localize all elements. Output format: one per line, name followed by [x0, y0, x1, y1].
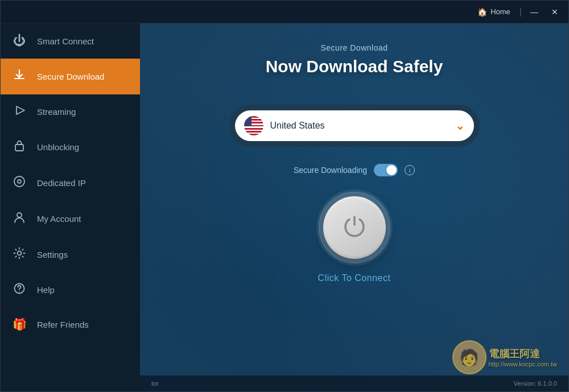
title-bar: 🏠 Home | — ✕ — [1, 1, 568, 23]
svg-point-3 — [17, 213, 22, 217]
connect-power-button[interactable] — [323, 196, 386, 259]
svg-point-6 — [19, 291, 20, 292]
minimize-button[interactable]: — — [526, 4, 542, 20]
sidebar-label-my-account: My Account — [37, 214, 81, 224]
country-name: United States — [270, 121, 448, 131]
content-inner: Secure Download Now Download Safely Unit… — [140, 23, 568, 283]
watermark-url-text: http://www.kocpc.com.tw — [489, 361, 557, 368]
content-area: Secure Download Now Download Safely Unit… — [140, 23, 568, 391]
close-button[interactable]: ✕ — [547, 4, 563, 20]
sidebar-item-unblocking[interactable]: Unblocking — [1, 129, 140, 165]
watermark: 🧑 電腦王阿達 http://www.kocpc.com.tw — [452, 340, 557, 374]
svg-point-2 — [18, 180, 21, 183]
power-button-icon — [342, 213, 367, 242]
secure-downloading-toggle[interactable] — [374, 164, 398, 176]
help-icon — [12, 283, 27, 297]
power-button-container — [323, 196, 386, 259]
settings-icon — [12, 247, 27, 262]
section-label: Secure Download — [320, 43, 387, 52]
main-layout: ⏻ Smart Connect Secure Download — [1, 23, 568, 391]
sidebar-label-help: Help — [37, 285, 55, 295]
sidebar-item-smart-connect[interactable]: ⏻ Smart Connect — [1, 23, 140, 59]
watermark-cn-text: 電腦王阿達 — [489, 347, 557, 361]
sidebar-label-secure-download: Secure Download — [37, 72, 104, 81]
svg-point-1 — [14, 176, 24, 187]
toggle-label: Secure Downloading — [294, 166, 367, 175]
sidebar-label-dedicated-ip: Dedicated IP — [37, 178, 86, 188]
sidebar-label-unblocking: Unblocking — [37, 142, 79, 152]
sidebar-item-my-account[interactable]: My Account — [1, 201, 140, 237]
svg-rect-0 — [15, 145, 23, 151]
sidebar-item-streaming[interactable]: Streaming — [1, 94, 140, 129]
toggle-row: Secure Downloading i — [294, 164, 415, 176]
flag-icon — [244, 116, 263, 135]
chevron-down-icon: ⌄ — [455, 119, 465, 133]
sidebar-label-streaming: Streaming — [37, 107, 76, 117]
sidebar-item-secure-download[interactable]: Secure Download — [1, 59, 140, 94]
gift-icon: 🎁 — [12, 317, 27, 331]
home-icon: 🏠 — [477, 7, 487, 16]
country-dropdown[interactable]: United States ⌄ — [235, 110, 474, 141]
sidebar-label-refer-friends: Refer Friends — [37, 320, 89, 329]
sidebar-label-settings: Settings — [37, 250, 68, 259]
svg-point-4 — [18, 251, 22, 255]
country-selector: United States ⌄ — [229, 105, 480, 147]
sidebar-item-help[interactable]: Help — [1, 273, 140, 307]
sidebar-item-dedicated-ip[interactable]: Dedicated IP — [1, 165, 140, 201]
title-bar-controls: 🏠 Home | — ✕ — [473, 4, 563, 20]
power-icon: ⏻ — [12, 34, 27, 48]
version-text: Version: 6.1.0.0 — [514, 380, 557, 387]
home-button[interactable]: 🏠 Home — [473, 5, 515, 19]
watermark-avatar: 🧑 — [452, 340, 486, 374]
bottom-left-text: tor — [151, 380, 159, 387]
home-label: Home — [490, 7, 510, 16]
ip-icon — [12, 175, 27, 191]
section-title: Now Download Safely — [266, 57, 443, 76]
watermark-text: 電腦王阿達 http://www.kocpc.com.tw — [489, 347, 557, 368]
title-separator: | — [519, 7, 522, 17]
sidebar-item-refer-friends[interactable]: 🎁 Refer Friends — [1, 307, 140, 341]
bottom-bar: tor Version: 6.1.0.0 — [140, 376, 568, 391]
lock-icon — [12, 139, 27, 155]
info-icon[interactable]: i — [405, 165, 415, 175]
play-icon — [12, 105, 27, 119]
download-icon — [12, 69, 27, 84]
app-window: 🏠 Home | — ✕ ⏻ Smart Connect — [0, 0, 569, 392]
sidebar: ⏻ Smart Connect Secure Download — [1, 23, 140, 391]
connect-text[interactable]: Click To Connect — [318, 273, 391, 283]
sidebar-item-settings[interactable]: Settings — [1, 237, 140, 273]
account-icon — [12, 211, 27, 226]
sidebar-label-smart-connect: Smart Connect — [37, 36, 94, 46]
